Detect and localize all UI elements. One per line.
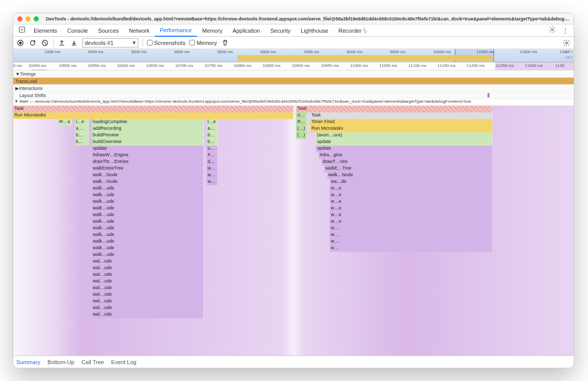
- flame-entry[interactable]: R…: [296, 119, 307, 126]
- flame-entry[interactable]: w…e: [330, 199, 492, 205]
- flame-entry[interactable]: addRecording: [92, 126, 204, 132]
- tab-application[interactable]: Application: [228, 25, 265, 37]
- flame-entry[interactable]: w…e: [330, 212, 492, 219]
- download-icon[interactable]: [70, 39, 78, 47]
- flame-entry[interactable]: update: [316, 146, 493, 152]
- flame-entry[interactable]: w…: [207, 179, 218, 185]
- flame-entry[interactable]: update: [92, 146, 204, 152]
- settings-icon[interactable]: [546, 26, 559, 35]
- flame-entry[interactable]: Task: [13, 106, 293, 112]
- flame-entry[interactable]: w…e: [330, 185, 492, 192]
- flame-entry[interactable]: w…: [330, 225, 492, 232]
- flame-entry[interactable]: wa…de: [330, 179, 492, 185]
- tab-performance[interactable]: Performance: [155, 25, 197, 37]
- flame-entry[interactable]: walk…ode: [92, 199, 204, 205]
- flame-entry[interactable]: b…: [207, 139, 218, 146]
- flame-entry[interactable]: d…: [207, 159, 218, 165]
- flame-chart[interactable]: TaskTaskRun MicrotasksA…Task#r…sl…eloadi…: [13, 106, 574, 355]
- flame-entry[interactable]: wal…ode: [92, 305, 204, 312]
- tab-sources[interactable]: Sources: [93, 25, 124, 37]
- flame-entry[interactable]: (anon…ous): [316, 132, 493, 139]
- flame-entry[interactable]: #…: [207, 152, 218, 159]
- flame-entry[interactable]: walk…ode: [92, 192, 204, 199]
- main-thread-header[interactable]: ▼ Main — devtools://devtools/bundled/dev…: [13, 99, 574, 106]
- interactions-track[interactable]: ▶ Interactions: [13, 85, 574, 92]
- flame-entry[interactable]: (…): [296, 132, 307, 139]
- flame-entry[interactable]: #r…s: [58, 119, 72, 126]
- record-icon[interactable]: [16, 39, 24, 47]
- flame-entry[interactable]: wal…ode: [92, 272, 204, 278]
- traceload-track[interactable]: TraceLoad: [13, 78, 574, 85]
- eventlog-tab[interactable]: Event Log: [111, 359, 137, 365]
- flame-entry[interactable]: w…e: [330, 192, 492, 199]
- flame-entry[interactable]: walk…Node: [92, 179, 204, 185]
- flame-entry[interactable]: w…: [330, 239, 492, 245]
- flame-entry[interactable]: walk…ode: [92, 212, 204, 219]
- layout-shifts-track[interactable]: Layout Shifts: [13, 92, 574, 99]
- reload-icon[interactable]: [29, 39, 37, 47]
- flame-entry[interactable]: walk…ode: [92, 232, 204, 239]
- flame-entry[interactable]: walk…ode: [92, 185, 204, 192]
- flame-entry[interactable]: b…: [207, 132, 218, 139]
- overview-timeline[interactable]: CPU NET 1000 ms 2000 ms 3000 ms 4000 ms …: [13, 49, 574, 62]
- maximize-icon[interactable]: [34, 16, 39, 21]
- flame-entry[interactable]: w…: [207, 172, 218, 179]
- tab-security[interactable]: Security: [265, 25, 296, 37]
- tab-lighthouse[interactable]: Lighthouse: [296, 25, 333, 37]
- flame-entry[interactable]: wal…ode: [92, 265, 204, 272]
- flame-entry[interactable]: Task: [310, 112, 493, 119]
- flame-entry[interactable]: #dra…gine: [318, 152, 492, 159]
- flame-entry[interactable]: w…e: [330, 205, 492, 212]
- flame-entry[interactable]: wal…ode: [92, 312, 204, 318]
- inspect-icon[interactable]: [15, 26, 29, 35]
- summary-tab[interactable]: Summary: [16, 359, 40, 365]
- flame-entry[interactable]: l…e: [207, 119, 218, 126]
- flame-entry[interactable]: wal…ode: [92, 278, 204, 285]
- flame-entry[interactable]: Timer Fired: [310, 119, 493, 126]
- flame-entry[interactable]: drawT…ries: [322, 159, 493, 165]
- time-ruler[interactable]: 0 ms 10450 ms Animations 10500 ms 10550 …: [13, 62, 574, 70]
- trash-icon[interactable]: [221, 39, 229, 47]
- tab-memory[interactable]: Memory: [197, 25, 228, 37]
- session-select[interactable]: devtools #1▾: [82, 38, 138, 47]
- flame-entry[interactable]: walk…Node: [92, 172, 204, 179]
- tab-console[interactable]: Console: [62, 25, 93, 37]
- tab-network[interactable]: Network: [124, 25, 155, 37]
- flame-entry[interactable]: b…: [75, 132, 89, 139]
- flame-entry[interactable]: Task: [296, 106, 492, 112]
- flame-entry[interactable]: Run Microtasks: [310, 126, 493, 132]
- flame-entry[interactable]: wal…ode: [92, 298, 204, 305]
- flame-entry[interactable]: buildPreview: [92, 132, 204, 139]
- flame-entry[interactable]: walk…ode: [92, 252, 204, 258]
- flame-entry[interactable]: w…: [207, 165, 218, 172]
- flame-entry[interactable]: walk…ode: [92, 245, 204, 252]
- flame-entry[interactable]: walk…ode: [92, 219, 204, 225]
- bottomup-tab[interactable]: Bottom-Up: [47, 359, 75, 365]
- flame-entry[interactable]: walkEntireTree: [92, 165, 204, 172]
- flame-entry[interactable]: walk…ode: [92, 225, 204, 232]
- timings-track[interactable]: ▼ Timings: [13, 70, 574, 78]
- flame-entry[interactable]: drawThr…Entries: [92, 159, 204, 165]
- tab-recorder[interactable]: Recorder: [333, 25, 374, 37]
- calltree-tab[interactable]: Call Tree: [82, 359, 104, 365]
- flame-entry[interactable]: #drawW…Engine: [92, 152, 204, 159]
- flame-entry[interactable]: wal…ode: [92, 258, 204, 265]
- flame-entry[interactable]: walk…Node: [327, 172, 493, 179]
- flame-entry[interactable]: Run Microtasks: [13, 112, 293, 119]
- more-icon[interactable]: ⋮: [559, 27, 572, 34]
- flame-entry[interactable]: wal…ode: [92, 292, 204, 298]
- flame-entry[interactable]: w…: [330, 232, 492, 239]
- flame-entry[interactable]: w…e: [330, 219, 492, 225]
- flame-entry[interactable]: walkE…Tree: [324, 165, 492, 172]
- flame-entry[interactable]: buildOverview: [92, 139, 204, 146]
- flame-entry[interactable]: a…: [75, 126, 89, 132]
- gear-icon[interactable]: [562, 39, 571, 47]
- flame-entry[interactable]: u…: [207, 146, 218, 152]
- screenshots-checkbox[interactable]: Screenshots: [147, 40, 185, 46]
- flame-entry[interactable]: walk…ode: [92, 205, 204, 212]
- clear-icon[interactable]: [41, 39, 49, 47]
- close-icon[interactable]: [17, 16, 22, 21]
- tab-elements[interactable]: Elements: [29, 25, 62, 37]
- flame-entry[interactable]: a…: [207, 126, 218, 132]
- flame-entry[interactable]: (…): [296, 126, 307, 132]
